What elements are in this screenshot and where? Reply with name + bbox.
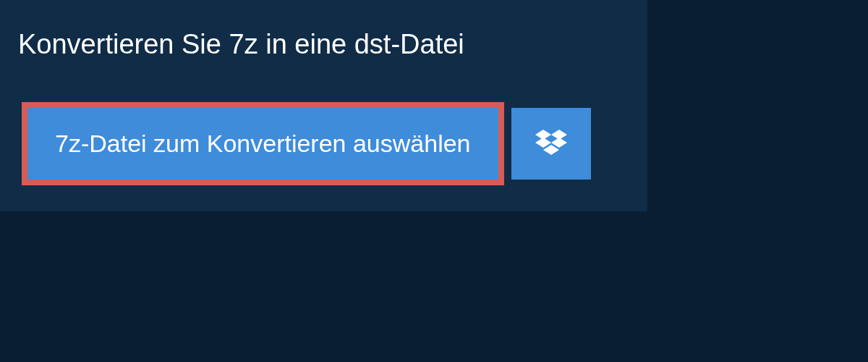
button-row: 7z-Datei zum Konvertieren auswählen bbox=[0, 80, 647, 211]
page-title: Konvertieren Sie 7z in eine dst-Datei bbox=[0, 14, 647, 80]
select-file-button[interactable]: 7z-Datei zum Konvertieren auswählen bbox=[27, 108, 498, 180]
converter-panel: Konvertieren Sie 7z in eine dst-Datei 7z… bbox=[0, 0, 647, 211]
select-button-highlight: 7z-Datei zum Konvertieren auswählen bbox=[22, 102, 504, 185]
dropbox-button[interactable] bbox=[511, 108, 591, 180]
dropbox-icon bbox=[535, 130, 567, 159]
